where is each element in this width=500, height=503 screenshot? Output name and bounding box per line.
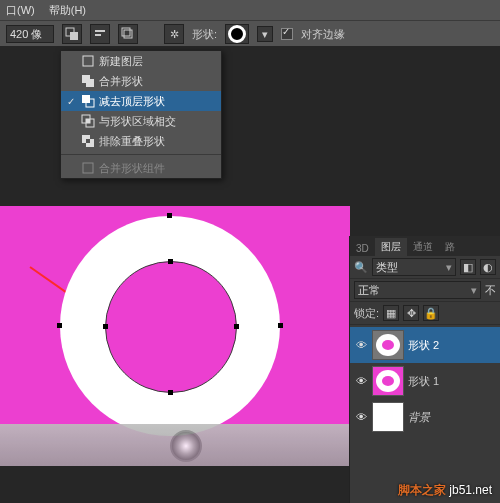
path-handle[interactable] <box>278 323 283 328</box>
lock-all-icon[interactable]: 🔒 <box>423 305 439 321</box>
canvas[interactable] <box>0 206 350 466</box>
svg-rect-8 <box>86 79 94 87</box>
menu-item-label: 新建图层 <box>99 54 143 69</box>
watermark: 脚本之家 jb51.net <box>398 482 492 499</box>
menubar: 口(W) 帮助(H) <box>0 0 500 20</box>
shape-dropdown-icon[interactable]: ▾ <box>257 26 273 42</box>
tab-paths[interactable]: 路 <box>439 238 461 256</box>
arrange-button[interactable] <box>118 24 138 44</box>
watermark-site: jb51.net <box>449 483 492 497</box>
svg-rect-14 <box>83 163 93 173</box>
align-edges-label: 对齐边缘 <box>301 27 345 42</box>
filter-select[interactable]: 类型 <box>372 258 456 276</box>
lock-row: 锁定: ▦ ✥ 🔒 <box>350 302 500 325</box>
subtract-icon <box>81 94 95 108</box>
layer-thumb[interactable] <box>372 402 404 432</box>
path-handle[interactable] <box>57 323 62 328</box>
intersect-icon <box>81 114 95 128</box>
menu-exclude[interactable]: 排除重叠形状 <box>61 131 221 151</box>
layer-filter-row: 🔍 类型 ◧ ◐ <box>350 256 500 279</box>
lock-label: 锁定: <box>354 306 379 321</box>
layer-name: 背景 <box>408 410 430 425</box>
exclude-icon <box>81 134 95 148</box>
panel-tabs: 3D 图层 通道 路 <box>350 236 500 256</box>
new-layer-icon <box>81 54 95 68</box>
menu-intersect[interactable]: 与形状区域相交 <box>61 111 221 131</box>
svg-rect-13 <box>86 119 90 123</box>
menu-item-label: 减去顶层形状 <box>99 94 165 109</box>
path-handle[interactable] <box>168 390 173 395</box>
shape-inner-circle[interactable] <box>105 261 237 393</box>
shape-preview[interactable] <box>225 24 249 44</box>
svg-rect-6 <box>83 56 93 66</box>
options-bar: ✲ 形状: ▾ 对齐边缘 <box>0 20 500 48</box>
visibility-eye-icon[interactable]: 👁 <box>354 410 368 424</box>
svg-rect-4 <box>124 30 132 38</box>
layers-list: 👁 形状 2 👁 形状 1 👁 背景 <box>350 325 500 435</box>
shape-label: 形状: <box>192 27 217 42</box>
opacity-label: 不 <box>485 283 496 298</box>
menu-item-label: 与形状区域相交 <box>99 114 176 129</box>
menu-combine[interactable]: 合并形状 <box>61 71 221 91</box>
visibility-eye-icon[interactable]: 👁 <box>354 374 368 388</box>
settings-gear-icon[interactable]: ✲ <box>164 24 184 44</box>
lens-icon <box>170 430 202 462</box>
pathops-dropdown: 新建图层 合并形状 ✓ 减去顶层形状 与形状区域相交 排除重叠形状 合并形状组件 <box>60 50 222 179</box>
menu-new-layer[interactable]: 新建图层 <box>61 51 221 71</box>
menu-item-label: 合并形状组件 <box>99 161 165 176</box>
shape-outer-circle[interactable] <box>60 216 280 436</box>
width-input[interactable] <box>6 25 54 43</box>
align-edges-checkbox[interactable] <box>281 28 293 40</box>
svg-rect-3 <box>95 34 101 36</box>
svg-rect-5 <box>122 28 130 36</box>
path-handle[interactable] <box>103 324 108 329</box>
menu-item-label: 合并形状 <box>99 74 143 89</box>
svg-rect-2 <box>95 30 105 32</box>
tab-channels[interactable]: 通道 <box>407 238 439 256</box>
merge-components-icon <box>81 161 95 175</box>
blend-row: 正常 不 <box>350 279 500 302</box>
layer-row[interactable]: 👁 背景 <box>350 399 500 435</box>
lock-position-icon[interactable]: ✥ <box>403 305 419 321</box>
tab-layers[interactable]: 图层 <box>375 238 407 256</box>
menu-subtract[interactable]: ✓ 减去顶层形状 <box>61 91 221 111</box>
layer-name: 形状 1 <box>408 374 439 389</box>
align-button[interactable] <box>90 24 110 44</box>
svg-rect-1 <box>70 32 78 40</box>
combine-icon <box>81 74 95 88</box>
pathops-button[interactable] <box>62 24 82 44</box>
watermark-brand: 脚本之家 <box>398 483 446 497</box>
filter-icon[interactable]: ◧ <box>460 259 476 275</box>
layer-thumb[interactable] <box>372 330 404 360</box>
visibility-eye-icon[interactable]: 👁 <box>354 338 368 352</box>
layer-name: 形状 2 <box>408 338 439 353</box>
filter-icon[interactable]: ◐ <box>480 259 496 275</box>
path-handle[interactable] <box>168 259 173 264</box>
menu-item-label: 排除重叠形状 <box>99 134 165 149</box>
lock-pixels-icon[interactable]: ▦ <box>383 305 399 321</box>
layer-thumb[interactable] <box>372 366 404 396</box>
layer-row[interactable]: 👁 形状 1 <box>350 363 500 399</box>
menu-help[interactable]: 帮助(H) <box>49 3 86 18</box>
panels-column: 3D 图层 通道 路 🔍 类型 ◧ ◐ 正常 不 锁定: ▦ ✥ 🔒 👁 形状 … <box>349 236 500 503</box>
watermark-strip <box>0 424 350 466</box>
tab-3d[interactable]: 3D <box>350 241 375 256</box>
layer-row[interactable]: 👁 形状 2 <box>350 327 500 363</box>
menu-merge-components[interactable]: 合并形状组件 <box>61 158 221 178</box>
menu-window[interactable]: 口(W) <box>6 3 35 18</box>
blend-select[interactable]: 正常 <box>354 281 481 299</box>
path-handle[interactable] <box>234 324 239 329</box>
search-icon: 🔍 <box>354 261 368 274</box>
path-handle[interactable] <box>167 213 172 218</box>
